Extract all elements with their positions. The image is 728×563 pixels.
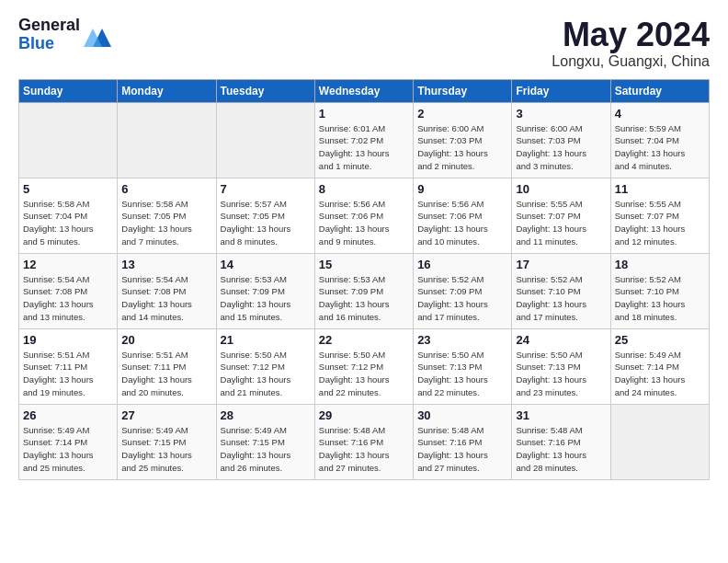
- calendar-cell: 21Sunrise: 5:50 AMSunset: 7:12 PMDayligh…: [216, 328, 314, 404]
- day-number: 9: [417, 182, 507, 196]
- calendar-cell: 19Sunrise: 5:51 AMSunset: 7:11 PMDayligh…: [19, 328, 118, 404]
- calendar-cell: 16Sunrise: 5:52 AMSunset: 7:09 PMDayligh…: [414, 253, 512, 328]
- calendar-cell: [610, 404, 709, 479]
- day-info: Sunrise: 5:50 AMSunset: 7:13 PMDaylight:…: [417, 349, 507, 399]
- col-saturday: Saturday: [610, 79, 709, 102]
- month-title: May 2024: [552, 17, 710, 53]
- day-info: Sunrise: 5:49 AMSunset: 7:15 PMDaylight:…: [121, 424, 211, 475]
- calendar-cell: 25Sunrise: 5:49 AMSunset: 7:14 PMDayligh…: [610, 328, 709, 404]
- calendar-cell: [19, 102, 118, 178]
- calendar-cell: 1Sunrise: 6:01 AMSunset: 7:02 PMDaylight…: [314, 102, 413, 178]
- day-info: Sunrise: 6:00 AMSunset: 7:03 PMDaylight:…: [516, 122, 606, 173]
- day-info: Sunrise: 5:49 AMSunset: 7:15 PMDaylight:…: [221, 424, 311, 475]
- calendar-cell: 10Sunrise: 5:55 AMSunset: 7:07 PMDayligh…: [512, 178, 610, 253]
- calendar-week-5: 26Sunrise: 5:49 AMSunset: 7:14 PMDayligh…: [19, 404, 710, 479]
- calendar-week-2: 5Sunrise: 5:58 AMSunset: 7:04 PMDaylight…: [19, 178, 710, 253]
- logo-blue: Blue: [18, 35, 80, 53]
- day-info: Sunrise: 5:58 AMSunset: 7:04 PMDaylight:…: [23, 198, 113, 248]
- day-number: 29: [319, 408, 409, 422]
- day-number: 28: [221, 408, 311, 422]
- day-info: Sunrise: 5:49 AMSunset: 7:14 PMDaylight:…: [615, 349, 705, 399]
- calendar-cell: 17Sunrise: 5:52 AMSunset: 7:10 PMDayligh…: [512, 253, 610, 328]
- calendar-cell: 9Sunrise: 5:56 AMSunset: 7:06 PMDaylight…: [414, 178, 512, 253]
- day-info: Sunrise: 6:01 AMSunset: 7:02 PMDaylight:…: [319, 122, 409, 173]
- calendar-week-4: 19Sunrise: 5:51 AMSunset: 7:11 PMDayligh…: [19, 328, 710, 404]
- logo-icon: [84, 21, 111, 49]
- day-number: 30: [417, 408, 507, 422]
- day-number: 10: [516, 182, 606, 196]
- calendar-cell: [118, 102, 216, 178]
- day-number: 23: [417, 333, 507, 347]
- day-number: 2: [417, 107, 507, 121]
- day-info: Sunrise: 5:53 AMSunset: 7:09 PMDaylight:…: [319, 273, 409, 324]
- day-info: Sunrise: 5:50 AMSunset: 7:12 PMDaylight:…: [221, 349, 311, 399]
- day-number: 13: [121, 258, 211, 271]
- day-info: Sunrise: 5:54 AMSunset: 7:08 PMDaylight:…: [121, 273, 211, 324]
- day-info: Sunrise: 5:50 AMSunset: 7:13 PMDaylight:…: [516, 349, 606, 399]
- day-number: 22: [319, 333, 409, 347]
- logo-general: General: [18, 17, 80, 35]
- calendar-cell: 7Sunrise: 5:57 AMSunset: 7:05 PMDaylight…: [216, 178, 314, 253]
- calendar-week-3: 12Sunrise: 5:54 AMSunset: 7:08 PMDayligh…: [19, 253, 710, 328]
- day-info: Sunrise: 5:49 AMSunset: 7:14 PMDaylight:…: [23, 424, 113, 475]
- calendar-cell: 2Sunrise: 6:00 AMSunset: 7:03 PMDaylight…: [414, 102, 512, 178]
- header-row: Sunday Monday Tuesday Wednesday Thursday…: [19, 79, 710, 102]
- day-number: 6: [121, 182, 211, 196]
- calendar-cell: 26Sunrise: 5:49 AMSunset: 7:14 PMDayligh…: [19, 404, 118, 479]
- title-block: May 2024 Longxu, Guangxi, China: [552, 17, 710, 70]
- day-info: Sunrise: 5:52 AMSunset: 7:10 PMDaylight:…: [516, 273, 606, 324]
- calendar-cell: 18Sunrise: 5:52 AMSunset: 7:10 PMDayligh…: [610, 253, 709, 328]
- day-number: 1: [319, 107, 409, 121]
- logo-text: General Blue: [18, 17, 80, 53]
- col-friday: Friday: [512, 79, 610, 102]
- day-info: Sunrise: 5:48 AMSunset: 7:16 PMDaylight:…: [516, 424, 606, 475]
- day-info: Sunrise: 5:52 AMSunset: 7:09 PMDaylight:…: [417, 273, 507, 324]
- calendar-week-1: 1Sunrise: 6:01 AMSunset: 7:02 PMDaylight…: [19, 102, 710, 178]
- day-info: Sunrise: 5:48 AMSunset: 7:16 PMDaylight:…: [417, 424, 507, 475]
- day-info: Sunrise: 5:54 AMSunset: 7:08 PMDaylight:…: [23, 273, 113, 324]
- day-info: Sunrise: 5:57 AMSunset: 7:05 PMDaylight:…: [221, 198, 311, 248]
- calendar-cell: 15Sunrise: 5:53 AMSunset: 7:09 PMDayligh…: [314, 253, 413, 328]
- calendar-cell: 29Sunrise: 5:48 AMSunset: 7:16 PMDayligh…: [314, 404, 413, 479]
- calendar-cell: 20Sunrise: 5:51 AMSunset: 7:11 PMDayligh…: [118, 328, 216, 404]
- day-number: 11: [615, 182, 705, 196]
- header: General Blue May 2024 Longxu, Guangxi, C…: [18, 17, 710, 70]
- calendar-cell: 31Sunrise: 5:48 AMSunset: 7:16 PMDayligh…: [512, 404, 610, 479]
- day-info: Sunrise: 5:55 AMSunset: 7:07 PMDaylight:…: [516, 198, 606, 248]
- calendar-cell: 14Sunrise: 5:53 AMSunset: 7:09 PMDayligh…: [216, 253, 314, 328]
- day-number: 4: [615, 107, 705, 121]
- day-info: Sunrise: 5:51 AMSunset: 7:11 PMDaylight:…: [121, 349, 211, 399]
- calendar-cell: 13Sunrise: 5:54 AMSunset: 7:08 PMDayligh…: [118, 253, 216, 328]
- calendar-cell: 8Sunrise: 5:56 AMSunset: 7:06 PMDaylight…: [314, 178, 413, 253]
- calendar-cell: 4Sunrise: 5:59 AMSunset: 7:04 PMDaylight…: [610, 102, 709, 178]
- day-info: Sunrise: 5:56 AMSunset: 7:06 PMDaylight:…: [417, 198, 507, 248]
- calendar-cell: 24Sunrise: 5:50 AMSunset: 7:13 PMDayligh…: [512, 328, 610, 404]
- calendar-table: Sunday Monday Tuesday Wednesday Thursday…: [18, 79, 710, 480]
- day-number: 5: [23, 182, 113, 196]
- day-number: 27: [121, 408, 211, 422]
- calendar-cell: 22Sunrise: 5:50 AMSunset: 7:12 PMDayligh…: [314, 328, 413, 404]
- day-number: 18: [615, 258, 705, 271]
- calendar-cell: 23Sunrise: 5:50 AMSunset: 7:13 PMDayligh…: [414, 328, 512, 404]
- day-number: 20: [121, 333, 211, 347]
- day-info: Sunrise: 5:55 AMSunset: 7:07 PMDaylight:…: [615, 198, 705, 248]
- day-number: 3: [516, 107, 606, 121]
- col-wednesday: Wednesday: [314, 79, 413, 102]
- day-number: 25: [615, 333, 705, 347]
- day-info: Sunrise: 5:58 AMSunset: 7:05 PMDaylight:…: [121, 198, 211, 248]
- col-tuesday: Tuesday: [216, 79, 314, 102]
- page: General Blue May 2024 Longxu, Guangxi, C…: [0, 0, 728, 489]
- calendar-cell: [216, 102, 314, 178]
- day-info: Sunrise: 5:59 AMSunset: 7:04 PMDaylight:…: [615, 122, 705, 173]
- calendar-cell: 3Sunrise: 6:00 AMSunset: 7:03 PMDaylight…: [512, 102, 610, 178]
- day-info: Sunrise: 6:00 AMSunset: 7:03 PMDaylight:…: [417, 122, 507, 173]
- day-info: Sunrise: 5:52 AMSunset: 7:10 PMDaylight:…: [615, 273, 705, 324]
- calendar-cell: 30Sunrise: 5:48 AMSunset: 7:16 PMDayligh…: [414, 404, 512, 479]
- calendar-cell: 11Sunrise: 5:55 AMSunset: 7:07 PMDayligh…: [610, 178, 709, 253]
- col-sunday: Sunday: [19, 79, 118, 102]
- day-info: Sunrise: 5:50 AMSunset: 7:12 PMDaylight:…: [319, 349, 409, 399]
- calendar-cell: 5Sunrise: 5:58 AMSunset: 7:04 PMDaylight…: [19, 178, 118, 253]
- location: Longxu, Guangxi, China: [552, 53, 710, 70]
- col-monday: Monday: [118, 79, 216, 102]
- calendar-cell: 28Sunrise: 5:49 AMSunset: 7:15 PMDayligh…: [216, 404, 314, 479]
